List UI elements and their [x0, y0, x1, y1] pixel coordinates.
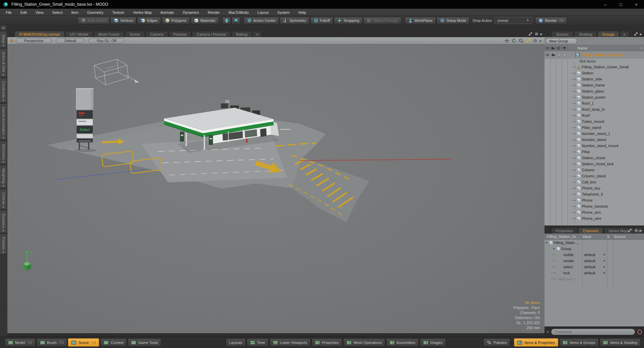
viewport-tab[interactable]: Scene	[125, 31, 145, 37]
menu-item[interactable]: MaxToModo	[224, 9, 253, 16]
channel-row[interactable]: lock default ▼	[545, 270, 644, 276]
select-column[interactable]	[556, 45, 562, 51]
tab-properties[interactable]: Properties	[551, 228, 577, 234]
auto-select-button[interactable]: Auto Select	[78, 17, 110, 24]
lower-viewports-button[interactable]: Lower Viewports	[270, 338, 311, 347]
left-rail-tab[interactable]: Inverse Kinematics	[0, 103, 7, 140]
group-tree-item[interactable]: Tubes_mount	[545, 118, 644, 125]
vertices-button[interactable]: Vertices	[110, 17, 136, 24]
mesh-operations-button[interactable]: Mesh Operations	[343, 338, 385, 347]
left-rail-tab[interactable]: Deformers	[0, 141, 7, 165]
expand-icon[interactable]	[634, 32, 638, 36]
group-tree-item[interactable]: Station	[545, 70, 644, 76]
panel-menu-icon[interactable]	[547, 33, 550, 35]
group-tree-item-locator[interactable]: Filling_Station_Green_Small	[545, 64, 644, 70]
items-groups-button[interactable]: Items & Groups	[559, 338, 599, 347]
left-rail-tab[interactable]: Setup	[0, 31, 7, 48]
group-tree-item[interactable]: Number_stand_mount	[545, 143, 644, 149]
command-input[interactable]	[551, 328, 635, 335]
group-tree-item[interactable]: Call_box	[545, 179, 644, 185]
action-center-button[interactable]: Action Center	[244, 17, 279, 24]
panel-arrow-icon[interactable]: ▶	[640, 229, 642, 232]
left-rail-tab[interactable]: Dynamics	[0, 210, 7, 233]
left-rail-tab[interactable]: Particles	[0, 234, 7, 254]
expand-icon[interactable]	[628, 229, 632, 233]
group-tree-item[interactable]: Station_closet	[545, 155, 644, 161]
channel-value-dropdown[interactable]: default ▼	[584, 271, 606, 275]
group-tree-item[interactable]: Station_poster	[545, 94, 644, 100]
group-tree-item[interactable]: Phone	[545, 197, 644, 203]
viewport-tab[interactable]: Baking	[231, 31, 252, 37]
viewport-3d-scene[interactable]: Select CAR WASH Y	[7, 44, 545, 333]
workplane-button[interactable]: WorkPlane	[405, 17, 436, 24]
left-rail-tab[interactable]: Weighting	[0, 165, 7, 188]
gear-icon[interactable]	[534, 32, 538, 36]
menu-item[interactable]: Layout	[253, 9, 273, 16]
layout-scene-button[interactable]: Scene F4	[68, 338, 99, 347]
channel-value-dropdown[interactable]: default ▼	[584, 265, 606, 269]
group-root-row[interactable]: Filling_Station_Green_S ...	[545, 51, 644, 59]
group-tree-item[interactable]: Station_glass	[545, 88, 644, 94]
viewport-tab[interactable]: Mesh Fusion	[94, 31, 124, 37]
time-button[interactable]: Time	[247, 338, 269, 347]
panel-arrow-icon[interactable]: ▶	[540, 33, 542, 36]
menu-item[interactable]: Edit	[16, 9, 31, 16]
close-button[interactable]: ×	[629, 0, 644, 9]
channel-row[interactable]: render default ▼	[545, 258, 644, 264]
viewport-tab[interactable]: UV / Model	[65, 31, 93, 37]
select-toggle[interactable]	[557, 54, 561, 56]
viewport-tab-active[interactable]: 97484630199:lay-unmax	[14, 31, 65, 37]
tab-scenes[interactable]: Scenes	[552, 31, 573, 37]
3d-viewport[interactable]: Select CAR WASH Y	[7, 44, 545, 333]
channel-value-header[interactable]: Value	[582, 235, 607, 239]
render-column[interactable]	[550, 45, 556, 51]
menu-item[interactable]: Dynamics	[178, 9, 203, 16]
group-tree-item[interactable]: Telephone_5	[545, 191, 644, 197]
group-tree-item[interactable]: Station_side	[545, 76, 644, 82]
symmetry-button[interactable]: Symmetry	[280, 17, 310, 24]
move-icon[interactable]	[505, 38, 509, 43]
group-tree-item[interactable]: Pillar	[545, 149, 644, 155]
view-type-button[interactable]: Perspective	[16, 38, 52, 43]
items-shading-button[interactable]: Items & Shading	[600, 338, 641, 347]
items-properties-button[interactable]: Items & Properties	[514, 338, 558, 347]
polygons-button[interactable]: Polygons	[162, 17, 190, 24]
group-tree-item[interactable]: Station_frame	[545, 82, 644, 88]
render-button[interactable]: Render F9	[535, 17, 567, 24]
add-tab-button[interactable]: +	[620, 31, 629, 37]
fit-view-icon[interactable]	[526, 38, 530, 43]
lock-toggle[interactable]	[563, 54, 566, 56]
left-rail-tab[interactable]: Constraints	[0, 78, 7, 103]
materials-button[interactable]: Materials	[191, 17, 219, 24]
assemblies-button[interactable]: Assemblies	[386, 338, 419, 347]
minimize-button[interactable]: –	[598, 0, 613, 9]
pivot-mode-button[interactable]	[232, 17, 240, 24]
tab-groups[interactable]: Groups	[598, 31, 619, 37]
menu-item[interactable]: Texture	[108, 9, 129, 16]
record-icon[interactable]	[637, 329, 642, 334]
panel-arrow-icon[interactable]: ▶	[640, 33, 642, 36]
lock-column[interactable]	[562, 45, 567, 51]
menu-item[interactable]: Vertex Map	[129, 9, 156, 16]
tab-shading[interactable]: Shading	[574, 31, 597, 37]
select-through-button[interactable]: Select Through	[363, 17, 401, 24]
edges-button[interactable]: Edges	[137, 17, 161, 24]
drop-action-dropdown[interactable]: (none) ▼	[494, 17, 532, 24]
zoom-icon[interactable]	[519, 38, 523, 43]
gear-icon[interactable]	[533, 38, 537, 43]
group-tree-item[interactable]: Phone_handset	[545, 203, 644, 209]
maximize-button[interactable]: □	[613, 0, 629, 9]
menu-item[interactable]: Animate	[156, 9, 178, 16]
images-button[interactable]: Images	[420, 338, 446, 347]
falloff-button[interactable]: Falloff	[310, 17, 333, 24]
viewport-state-dot-icon[interactable]	[10, 39, 13, 42]
group-tree-item[interactable]: Phone_arm	[545, 209, 644, 215]
group-tree-item[interactable]: Phone_wire	[545, 215, 644, 221]
menu-item[interactable]: Geometry	[83, 9, 108, 16]
panel-menu-icon[interactable]	[547, 230, 549, 232]
group-tree-item[interactable]: Phone_key	[545, 185, 644, 191]
viewport-tab[interactable]: Camera / Preview	[192, 31, 231, 37]
rail-corner-widget[interactable]	[1, 26, 6, 30]
rotate-icon[interactable]	[512, 38, 516, 43]
layouts-button[interactable]: Layouts	[226, 338, 246, 347]
